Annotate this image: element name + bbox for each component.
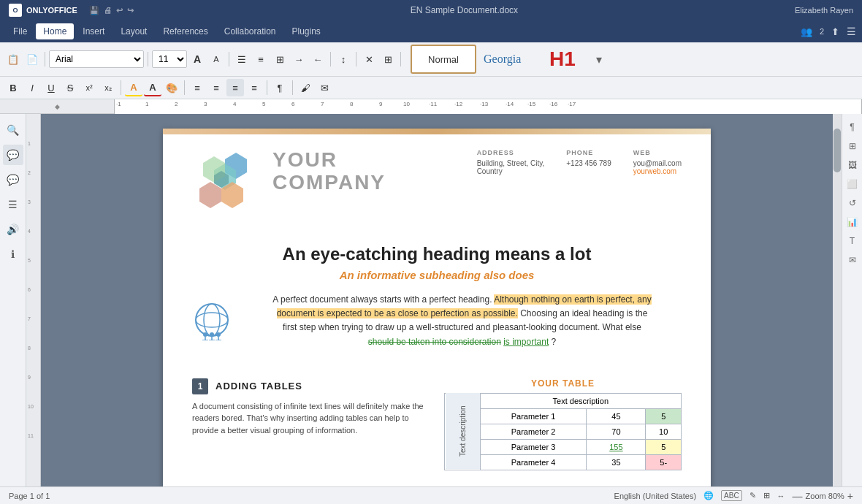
subscript-button[interactable]: x₂ <box>99 79 117 96</box>
italic-button[interactable]: I <box>23 79 41 96</box>
style-dropdown-arrow[interactable]: ▾ <box>593 53 605 66</box>
line-spacing-button[interactable]: ↕ <box>335 50 352 68</box>
table-cell-p4-name: Parameter 4 <box>480 454 587 470</box>
sidebar-info[interactable]: ℹ <box>3 244 23 264</box>
status-right: English (United States) 🌐 ABC ✎ ⊞ ↔ — Zo… <box>614 490 853 502</box>
sidebar-image-icon[interactable]: 🖼 <box>845 158 860 172</box>
redo-icon[interactable]: ↪ <box>127 6 134 15</box>
sidebar-search[interactable]: 🔍 <box>3 120 23 140</box>
superscript-button[interactable]: x² <box>80 79 98 96</box>
font-size-select[interactable]: 11 <box>152 50 187 68</box>
sidebar-paragraph-icon[interactable]: ¶ <box>845 120 860 134</box>
sidebar-headings[interactable]: ☰ <box>3 194 23 215</box>
sidebar-text-icon[interactable]: T <box>845 234 860 248</box>
ruler-label-8: 8 <box>350 101 353 107</box>
zoom-out-button[interactable]: — <box>793 490 803 502</box>
language-label[interactable]: English (United States) <box>614 492 697 500</box>
share-icon[interactable]: ⬆ <box>831 26 839 37</box>
sidebar-shape-icon[interactable]: ⬜ <box>845 177 860 191</box>
insert-table-button[interactable]: ⊞ <box>379 50 397 68</box>
align-left-button[interactable]: ≡ <box>188 79 206 96</box>
align-center-button[interactable]: ≡ <box>207 79 225 96</box>
toolbar-separator-10 <box>292 80 293 95</box>
collab-count: 2 <box>820 27 824 36</box>
sidebar-rotate-icon[interactable]: ↺ <box>845 196 860 210</box>
web-label: WEB <box>633 149 682 156</box>
paragraph-button[interactable]: ¶ <box>271 79 289 96</box>
menu-collaboration[interactable]: Collaboration <box>217 23 283 39</box>
menu-references[interactable]: References <box>156 23 215 39</box>
sidebar-chart-icon[interactable]: 📊 <box>845 215 860 229</box>
ruler-label-15: ·15 <box>527 101 535 107</box>
company-name-line2: COMPANY <box>272 172 386 194</box>
web-url[interactable]: yourweb.com <box>633 167 682 175</box>
title-bar: O ONLYOFFICE 💾 🖨 ↩ ↪ EN Sample Document.… <box>0 0 862 20</box>
vertical-ruler: 1 2 3 4 5 6 7 8 9 10 11 <box>26 114 41 486</box>
multilevel-list-button[interactable]: ⊞ <box>271 50 289 68</box>
num-list-button[interactable]: ≡ <box>252 50 270 68</box>
left-sidebar: 🔍 💬 💬 ☰ 🔊 ℹ <box>0 114 26 486</box>
toolbar-row-2: B I U S x² x₂ A A 🎨 ≡ ≡ ≡ ≡ ¶ 🖌 ✉ <box>0 76 862 99</box>
highlight-button[interactable]: A <box>125 79 142 96</box>
paste-button[interactable]: 📄 <box>23 50 41 68</box>
font-grow-button[interactable]: A <box>188 50 206 68</box>
menu-icon[interactable]: ☰ <box>847 26 856 37</box>
font-color-button[interactable]: A <box>144 79 161 96</box>
fit-page-icon[interactable]: ⊞ <box>763 491 770 500</box>
print-icon[interactable]: 🖨 <box>104 6 112 15</box>
align-right-button[interactable]: ≡ <box>226 79 244 96</box>
user-name: Elizabeth Rayen <box>795 6 853 15</box>
bullet-list-button[interactable]: ☰ <box>233 50 251 68</box>
page-wrapper: YOUR COMPANY ADDRESS Building, Street, C… <box>41 114 833 486</box>
menu-layout[interactable]: Layout <box>113 23 154 39</box>
save-icon[interactable]: 💾 <box>89 6 99 15</box>
undo-icon[interactable]: ↩ <box>116 6 123 15</box>
font-shrink-button[interactable]: A <box>207 50 225 68</box>
fit-width-icon[interactable]: ↔ <box>777 492 785 500</box>
section-num-box: 1 ADDING TABLES <box>192 378 430 394</box>
ruler-label-9: 9 <box>379 101 382 107</box>
sidebar-sound[interactable]: 🔊 <box>3 219 23 240</box>
language-icon[interactable]: 🌐 <box>703 491 714 500</box>
sidebar-mail-icon[interactable]: ✉ <box>845 253 860 267</box>
fill-color-button[interactable]: 🎨 <box>163 79 180 96</box>
copy-format-button[interactable]: 🖌 <box>297 79 314 96</box>
menu-home[interactable]: Home <box>36 23 74 39</box>
zoom-level: Zoom 80% <box>806 492 844 500</box>
spell-check-icon[interactable]: ABC <box>721 490 742 501</box>
style-georgia[interactable]: Georgia <box>476 45 542 74</box>
main-layout: 🔍 💬 💬 ☰ 🔊 ℹ 1 2 3 4 5 6 7 8 9 10 11 <box>0 114 862 486</box>
collab-icon[interactable]: 👥 <box>801 26 812 37</box>
track-changes-icon[interactable]: ✎ <box>750 491 756 500</box>
company-logo <box>185 149 258 215</box>
style-normal[interactable]: Normal <box>411 45 476 74</box>
table-header-row: Text description Text description <box>445 393 682 408</box>
mail-merge-button[interactable]: ✉ <box>316 79 333 96</box>
outdent-button[interactable]: ← <box>309 50 327 68</box>
style-h1[interactable]: H1 <box>542 45 593 74</box>
scroll-thumb[interactable] <box>834 129 841 172</box>
bold-button[interactable]: B <box>4 79 22 96</box>
indent-button[interactable]: → <box>290 50 308 68</box>
sidebar-comments[interactable]: 💬 <box>3 145 23 165</box>
ruler-label-1: 1 <box>145 101 148 107</box>
content-area[interactable]: YOUR COMPANY ADDRESS Building, Street, C… <box>41 114 833 486</box>
strikethrough-button[interactable]: S <box>61 79 79 96</box>
table-row-label: Text description <box>445 393 481 470</box>
font-select[interactable]: Arial <box>49 50 144 68</box>
menu-plugins[interactable]: Plugins <box>285 23 328 39</box>
clear-format-button[interactable]: ✕ <box>360 50 378 68</box>
menu-insert[interactable]: Insert <box>75 23 112 39</box>
table-cell-p4-v1: 35 <box>587 454 646 470</box>
table-cell-p3-v1[interactable]: 155 <box>587 439 646 454</box>
sidebar-chat[interactable]: 💬 <box>3 169 23 190</box>
sidebar-table-icon[interactable]: ⊞ <box>845 139 860 153</box>
copy-style-button[interactable]: 📋 <box>4 50 22 68</box>
vertical-scrollbar[interactable] <box>833 114 842 486</box>
menu-file[interactable]: File <box>6 23 34 39</box>
toolbar-separator-4 <box>330 52 331 66</box>
zoom-in-button[interactable]: + <box>847 490 853 502</box>
align-justify-button[interactable]: ≡ <box>245 79 263 96</box>
underline-button[interactable]: U <box>42 79 60 96</box>
body-underline[interactable]: is important <box>503 337 549 347</box>
